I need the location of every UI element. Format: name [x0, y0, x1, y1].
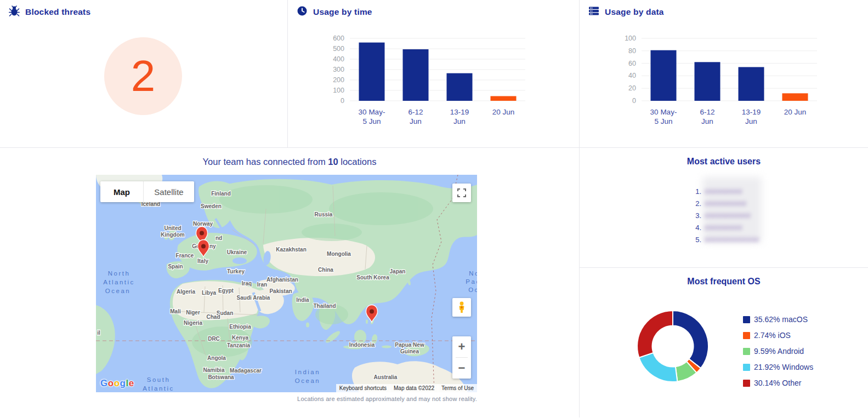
legend-label: 35.62% macOS [754, 315, 808, 324]
map-data-label[interactable]: Map data ©2022 [390, 384, 438, 392]
ocean-label: South [147, 376, 171, 383]
bar [447, 73, 473, 101]
panel-locations-map: Your team has connected from 10 location… [0, 148, 580, 417]
user-name-blurred: ############# [705, 236, 759, 244]
bar [491, 96, 517, 101]
y-tick-label: 0 [632, 97, 636, 105]
map-label: DRC [208, 336, 220, 342]
user-rank: 4. [677, 224, 701, 232]
active-user-row: 5.############# [677, 236, 759, 244]
map-label: Finland [211, 191, 231, 197]
x-tick-label: 20 Jun [492, 108, 515, 116]
user-rank: 2. [677, 199, 701, 208]
map-type-satellite-button[interactable]: Satellite [143, 181, 194, 202]
ocean-label: Oc [468, 287, 477, 293]
ocean-label: Ocean [295, 377, 320, 384]
map-type-map-button[interactable]: Map [100, 181, 143, 202]
map-label: Afghanistan [266, 277, 298, 283]
user-name-blurred: ########### [705, 212, 751, 220]
legend-swatch [743, 316, 750, 323]
map-label: Turkey [227, 268, 245, 274]
legend-item-Other: 30.14% Other [743, 379, 813, 387]
map-label: Spain [168, 264, 183, 270]
usage-by-time-title: Usage by time [313, 7, 372, 17]
y-tick-label: 20 [628, 84, 636, 92]
fullscreen-icon [457, 188, 466, 197]
donut-slice-macOS [673, 311, 708, 368]
street-view-pegman-button[interactable] [452, 298, 471, 317]
map-label: Namibia [203, 367, 225, 373]
x-tick-label: 13-19 [742, 108, 761, 116]
google-map[interactable]: FinlandIcelandSwedenNorwayRussiaUnitedKi… [96, 175, 477, 392]
map-label: Angola [207, 355, 226, 361]
legend-label: 9.59% Android [754, 347, 804, 356]
ocean-label: No [469, 270, 477, 277]
map-label: Russia [315, 211, 333, 217]
map-label: nd [215, 235, 222, 241]
dashboard: Blocked threats 2 Usage by time 01002003… [0, 0, 868, 418]
map-label: Japan [390, 268, 406, 274]
bar [403, 49, 429, 101]
y-tick-label: 100 [625, 35, 636, 42]
legend-item-iOS: 2.74% iOS [743, 331, 813, 340]
legend-label: 21.92% Windows [754, 363, 813, 371]
blocked-threats-title: Blocked threats [25, 7, 90, 17]
legend-swatch [743, 364, 750, 371]
legend-swatch [743, 348, 750, 355]
active-user-row: 2.########## [677, 199, 759, 208]
map-label: Tanzania [227, 342, 250, 348]
x-tick-label: 5 Jun [362, 117, 381, 125]
ocean-label: Atlantic [143, 385, 174, 392]
fullscreen-button[interactable] [452, 184, 471, 202]
map-label: Norway [193, 221, 213, 227]
keyboard-shortcuts-link[interactable]: Keyboard shortcuts [336, 384, 390, 392]
map-label: Indonesia [349, 342, 375, 348]
map-label: Kingdom [161, 232, 184, 238]
x-tick-label: 6-12 [408, 108, 423, 116]
x-tick-label: 20 Jun [784, 108, 807, 116]
zoom-out-button[interactable]: − [452, 358, 471, 379]
legend-item-macOS: 35.62% macOS [743, 315, 813, 324]
map-label: Algeria [177, 289, 195, 295]
terms-of-use-link[interactable]: Terms of Use [438, 384, 477, 392]
map-label: Madagascar [230, 368, 262, 374]
legend-swatch [743, 332, 750, 339]
server-stack-icon [588, 5, 599, 19]
top-row: Blocked threats 2 Usage by time 01002003… [0, 0, 868, 148]
user-rank: 5. [677, 236, 701, 244]
os-legend: 35.62% macOS2.74% iOS9.59% Android21.92%… [743, 315, 813, 387]
y-tick-label: 80 [628, 47, 636, 55]
google-logo-letter: o [114, 378, 120, 388]
map-label: China [318, 267, 333, 273]
zoom-in-button[interactable]: + [452, 336, 471, 357]
map-label: United [164, 225, 181, 231]
usage-by-data-title: Usage by data [605, 7, 664, 17]
map-label: Mali [170, 308, 181, 314]
map-label: Libya [202, 290, 217, 296]
google-logo-letter: G [100, 378, 108, 388]
map-label: Pakistan [269, 288, 292, 294]
legend-label: 2.74% iOS [754, 331, 791, 340]
user-rank: 3. [677, 211, 701, 220]
user-name-blurred: ######### [705, 224, 742, 232]
map-label: France [176, 253, 194, 259]
map-label: Ukraine [227, 249, 247, 255]
map-label: Kazakhstan [276, 247, 307, 253]
google-logo[interactable]: Google [100, 378, 134, 389]
map-label: Ethiopia [229, 324, 251, 330]
ocean-label: North [108, 270, 131, 277]
x-tick-label: 30 May- [650, 108, 677, 116]
map-label: il [97, 330, 100, 336]
map-label: Australia [374, 374, 398, 380]
panel-usage-by-data: Usage by data 02040608010030 May-5 Jun6-… [580, 0, 868, 147]
legend-label: 30.14% Other [754, 379, 801, 387]
map-label: Saudi Arabia [237, 295, 270, 301]
active-user-row: 3.########### [677, 211, 759, 220]
blocked-threats-count: 2 [131, 54, 156, 98]
bug-icon [9, 5, 20, 19]
panel-usage-by-time: Usage by time 010020030040050060030 May-… [288, 0, 580, 147]
map-canvas[interactable]: FinlandIcelandSwedenNorwayRussiaUnitedKi… [96, 175, 477, 392]
map-attribution: Keyboard shortcuts Map data ©2022 Terms … [336, 384, 477, 392]
map-label: Kenya [232, 335, 248, 341]
y-tick-label: 500 [333, 45, 344, 53]
